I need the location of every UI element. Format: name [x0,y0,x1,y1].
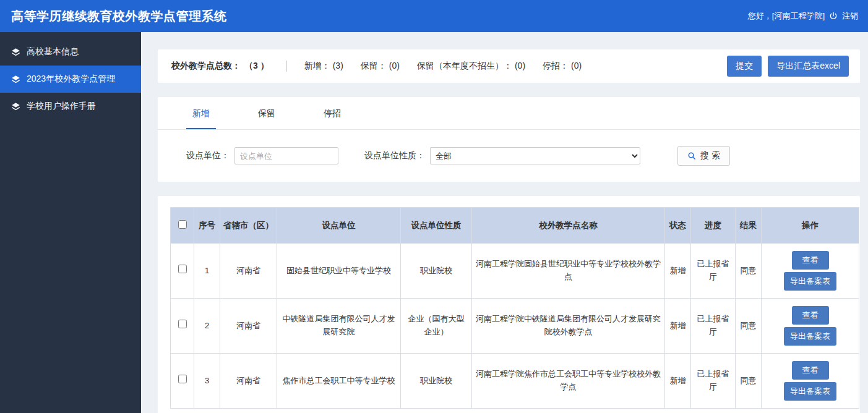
cell-city: 河南省 [220,244,277,299]
filter-row: 设点单位： 设点单位性质： 全部 搜 索 [158,130,860,166]
stat-total-value: （3 ） [244,61,269,70]
col-site-name: 校外教学点名称 [472,208,665,244]
sidebar: 高校基本信息 2023年校外教学点管理 学校用户操作手册 [0,32,141,413]
divider [286,61,287,72]
stat-new: 新增：(3) [304,61,343,72]
row-checkbox[interactable] [178,375,187,383]
cell-progress: 已上报省厅 [691,299,736,354]
col-unit: 设点单位 [277,208,401,244]
tab-new[interactable]: 新增 [186,97,216,129]
cell-site-name: 河南工程学院固始县世纪职业中等专业学校校外教学点 [472,244,665,299]
col-unit-type: 设点单位性质 [401,208,472,244]
cell-seq: 1 [194,244,220,299]
cell-seq: 2 [194,299,220,354]
col-status: 状态 [665,208,691,244]
col-actions: 操作 [762,208,859,244]
cell-unit-type: 企业（国有大型企业） [401,299,472,354]
layers-icon [11,48,20,57]
submit-button[interactable]: 提交 [727,56,762,77]
cell-result: 同意 [736,299,762,354]
sidebar-item-2023-management[interactable]: 2023年校外教学点管理 [0,66,141,93]
header-user-area: 您好，[河南工程学院] 注销 [748,11,858,22]
row-checkbox[interactable] [178,320,187,328]
unit-type-filter-label: 设点单位性质： [364,150,425,161]
export-summary-excel-button[interactable]: 导出汇总表excel [768,56,849,77]
stat-total: 校外教学点总数：（3 ） [171,61,269,72]
user-greeting: 您好，[河南工程学院] [748,11,825,22]
stat-total-label: 校外教学点总数： [171,61,241,70]
app-title: 高等学历继续教育校外教学点管理系统 [11,8,227,25]
unit-type-select[interactable]: 全部 [430,147,640,164]
cell-status: 新增 [665,244,691,299]
cell-seq: 3 [194,354,220,409]
stat-keep-no-enroll: 保留（本年度不招生）：(0) [417,61,525,72]
stat-stop: 停招：(0) [543,61,582,72]
sidebar-item-basic-info[interactable]: 高校基本信息 [0,38,141,66]
search-button-label: 搜 索 [700,150,720,161]
logout-link[interactable]: 注销 [842,11,858,22]
stats-summary: 校外教学点总数：（3 ） 新增：(3) 保留：(0) 保留（本年度不招生）：(0… [171,61,582,72]
cell-status: 新增 [665,354,691,409]
col-progress: 进度 [691,208,736,244]
layers-icon [11,75,20,84]
view-button[interactable]: 查看 [792,361,829,380]
stats-actions: 提交 导出汇总表excel [727,56,849,77]
col-seq: 序号 [194,208,220,244]
row-checkbox[interactable] [178,265,187,273]
cell-unit: 焦作市总工会职工中等专业学校 [277,354,401,409]
select-all-checkbox[interactable] [178,220,187,229]
stats-bar: 校外教学点总数：（3 ） 新增：(3) 保留：(0) 保留（本年度不招生）：(0… [158,49,860,83]
sidebar-item-label: 2023年校外教学点管理 [27,74,115,85]
results-table: 序号 省辖市（区） 设点单位 设点单位性质 校外教学点名称 状态 进度 结果 操… [170,207,859,409]
main-content: 校外教学点总数：（3 ） 新增：(3) 保留：(0) 保留（本年度不招生）：(0… [141,32,868,413]
sidebar-item-label: 学校用户操作手册 [27,101,96,112]
view-button[interactable]: 查看 [792,306,829,325]
pagination: 显示 10 共【3】条记录 共【1】页 [170,409,848,413]
unit-filter-label: 设点单位： [186,150,230,161]
cell-city: 河南省 [220,299,277,354]
cell-actions: 查看 导出备案表 [762,299,859,354]
table-row: 2 河南省 中铁隧道局集团有限公司人才发展研究院 企业（国有大型企业） 河南工程… [171,299,859,354]
sidebar-item-user-manual[interactable]: 学校用户操作手册 [0,93,141,120]
view-button[interactable]: 查看 [792,251,829,270]
stat-keep: 保留：(0) [361,61,400,72]
cell-progress: 已上报省厅 [691,354,736,409]
tabs: 新增 保留 停招 [158,97,860,130]
cell-site-name: 河南工程学院中铁隧道局集团有限公司人才发展研究院校外教学点 [472,299,665,354]
cell-unit-type: 职业院校 [401,354,472,409]
cell-progress: 已上报省厅 [691,244,736,299]
filter-panel: 新增 保留 停招 设点单位： 设点单位性质： 全部 搜 索 [158,97,860,182]
cell-result: 同意 [736,244,762,299]
cell-unit-type: 职业院校 [401,244,472,299]
tab-keep[interactable]: 保留 [252,97,281,129]
tab-stop[interactable]: 停招 [317,97,347,129]
export-record-button[interactable]: 导出备案表 [784,272,836,291]
unit-search-input[interactable] [234,147,338,164]
search-icon [687,151,696,160]
table-header-row: 序号 省辖市（区） 设点单位 设点单位性质 校外教学点名称 状态 进度 结果 操… [171,208,859,244]
col-result: 结果 [736,208,762,244]
cell-result: 同意 [736,354,762,409]
table-row: 3 河南省 焦作市总工会职工中等专业学校 职业院校 河南工程学院焦作市总工会职工… [171,354,859,409]
select-all-header [171,208,194,244]
export-record-button[interactable]: 导出备案表 [784,327,836,346]
cell-actions: 查看 导出备案表 [762,244,859,299]
results-panel: 序号 省辖市（区） 设点单位 设点单位性质 校外教学点名称 状态 进度 结果 操… [158,196,860,413]
col-city: 省辖市（区） [220,208,277,244]
cell-actions: 查看 导出备案表 [762,354,859,409]
table-row: 1 河南省 固始县世纪职业中等专业学校 职业院校 河南工程学院固始县世纪职业中等… [171,244,859,299]
cell-status: 新增 [665,299,691,354]
cell-unit: 中铁隧道局集团有限公司人才发展研究院 [277,299,401,354]
sidebar-item-label: 高校基本信息 [27,46,79,57]
layers-icon [11,102,20,111]
export-record-button[interactable]: 导出备案表 [784,382,836,401]
search-button[interactable]: 搜 索 [677,146,730,166]
cell-city: 河南省 [220,354,277,409]
app-header: 高等学历继续教育校外教学点管理系统 您好，[河南工程学院] 注销 [0,0,868,32]
cell-site-name: 河南工程学院焦作市总工会职工中等专业学校校外教学点 [472,354,665,409]
power-icon [829,12,838,20]
cell-unit: 固始县世纪职业中等专业学校 [277,244,401,299]
